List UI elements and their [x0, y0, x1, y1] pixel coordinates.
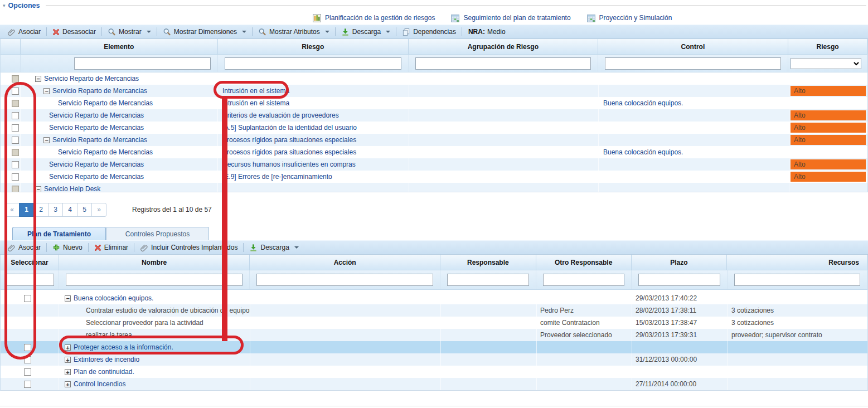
row-checkbox[interactable] [24, 381, 31, 388]
table-row[interactable]: −Buena colocación equipos.29/03/2013 17:… [1, 292, 867, 304]
table-row[interactable]: Contratar estudio de valoración de ubica… [1, 304, 867, 317]
toolbar-button-mostrar[interactable]: Mostrar [104, 27, 155, 37]
options-label[interactable]: Opciones [8, 2, 40, 9]
column-header-nombre[interactable]: Nombre [59, 255, 250, 270]
row-checkbox[interactable] [12, 137, 19, 144]
tree-plus-icon[interactable]: + [65, 369, 71, 375]
page-last-button[interactable]: » [91, 203, 106, 217]
filter-agrupacion-de-riesgo[interactable] [415, 57, 591, 70]
row-checkbox[interactable] [24, 356, 31, 363]
row-checkbox[interactable] [12, 173, 19, 181]
nav-link-planificacion-de-la-gestion-de-riesgos[interactable]: Planificación de la gestión de riesgos [312, 13, 435, 23]
row-checkbox[interactable] [12, 112, 19, 119]
tree-minus-icon[interactable]: − [35, 186, 41, 192]
table-row[interactable]: −Servicio Help Desk [1, 183, 867, 192]
column-header-riesgo[interactable]: Riesgo [218, 39, 409, 54]
column-header-elemento[interactable]: Elemento [21, 39, 218, 54]
dropdown-caret-icon[interactable] [147, 31, 151, 33]
column-header-accion[interactable]: Acción [250, 255, 440, 270]
filter-recursos[interactable] [734, 274, 860, 286]
dropdown-caret-icon[interactable] [242, 31, 246, 33]
tree-minus-icon[interactable]: − [65, 295, 71, 302]
tree-plus-icon[interactable]: + [65, 344, 71, 351]
filter-riesgo[interactable] [225, 57, 402, 70]
filter-elemento[interactable] [74, 57, 211, 70]
nav-link-seguimiento-del-plan-de-tratamiento[interactable]: Seguimiento del plan de tratamiento [450, 13, 570, 23]
column-header-recursos[interactable]: Recursos [727, 255, 867, 270]
row-checkbox[interactable] [12, 161, 19, 168]
filter-nombre[interactable] [66, 274, 243, 286]
page-button-3[interactable]: 3 [48, 203, 63, 217]
tree-plus-icon[interactable]: + [65, 381, 71, 387]
table-row[interactable]: realizar la tareaProveedor seleccionado2… [1, 329, 867, 341]
table-row[interactable]: +Control Incendios27/11/2014 00:00:00 [1, 378, 867, 390]
cell-riesgo-nivel: Alto [789, 134, 867, 146]
row-checkbox[interactable] [12, 100, 19, 107]
filter-control[interactable] [605, 57, 782, 70]
toolbar-button-asociar[interactable]: Asociar [3, 242, 45, 253]
page-first-button[interactable]: « [4, 203, 20, 217]
dropdown-caret-icon[interactable] [386, 31, 390, 33]
row-checkbox[interactable] [12, 88, 19, 95]
toolbar-button-eliminar[interactable]: Eliminar [90, 242, 132, 252]
nav-link-proyeccion-y-simulacion[interactable]: Proyección y Simulación [586, 13, 672, 23]
filter-plazo[interactable] [638, 274, 720, 286]
column-header-otro-responsable[interactable]: Otro Responsable [536, 255, 632, 270]
filter-accion[interactable] [256, 274, 433, 286]
table-row[interactable]: Servicio Reparto de Mercancias[E.9] Erro… [1, 171, 867, 183]
page-button-2[interactable]: 2 [33, 203, 49, 217]
dropdown-caret-icon[interactable] [294, 246, 299, 249]
table-row[interactable]: −Servicio Reparto de MercanciasProcesos … [1, 134, 867, 146]
row-checkbox[interactable] [12, 75, 19, 82]
toolbar-button-mostrar-atributos[interactable]: Mostrar Atributos [254, 27, 333, 37]
table-row[interactable]: +Proteger acceso a la información. [1, 341, 867, 353]
column-header-select[interactable] [1, 39, 21, 54]
table-row[interactable]: Servicio Reparto de MercanciasProcesos r… [1, 146, 867, 158]
toolbar-button-incluir-controles-implantados[interactable]: Incluir Controles Implantados [136, 242, 241, 253]
toolbar-separator [46, 243, 47, 252]
row-checkbox[interactable] [12, 124, 19, 132]
table-row[interactable]: +Extintores de incendio31/12/2013 00:00:… [1, 353, 867, 366]
table-row[interactable]: Servicio Reparto de MercanciasIntrusión … [1, 97, 867, 109]
collapse-triangle-icon[interactable]: ▾ [3, 3, 6, 8]
page-button-4[interactable]: 4 [62, 203, 77, 217]
row-checkbox[interactable] [24, 344, 31, 351]
tree-plus-icon[interactable]: + [65, 357, 71, 363]
table-row[interactable]: Servicio Reparto de MercanciasRecursos h… [1, 158, 867, 171]
row-checkbox[interactable] [12, 149, 19, 156]
filter-seleccionar[interactable] [5, 274, 54, 286]
row-checkbox[interactable] [24, 368, 31, 376]
tree-minus-icon[interactable]: − [43, 88, 50, 94]
column-header-agrupacion-de-riesgo[interactable]: Agrupación de Riesgo [409, 39, 598, 54]
toolbar-button-descarga[interactable]: Descarga [245, 242, 302, 253]
dropdown-caret-icon[interactable] [325, 31, 329, 33]
table-row[interactable]: Servicio Reparto de MercanciasCriterios … [1, 109, 867, 122]
toolbar-button-mostrar-dimensiones[interactable]: Mostrar Dimensiones [159, 27, 250, 37]
row-checkbox[interactable] [24, 295, 31, 302]
table-row[interactable]: +Plan de continuidad. [1, 366, 867, 378]
table-row[interactable]: Seleccionar proveedor para la actividadc… [1, 317, 867, 329]
table-row[interactable]: Servicio Reparto de Mercancias[A.5] Supl… [1, 122, 867, 134]
filter-responsable[interactable] [447, 274, 529, 286]
column-header-plazo[interactable]: Plazo [632, 255, 728, 270]
toolbar-button-asociar[interactable]: Asociar [3, 27, 45, 37]
row-checkbox[interactable] [12, 186, 19, 193]
page-button-1[interactable]: 1 [19, 203, 34, 217]
tree-minus-icon[interactable]: − [43, 137, 50, 143]
column-header-seleccionar[interactable]: Seleccionar [1, 255, 59, 270]
column-header-control[interactable]: Control [598, 39, 789, 54]
tab-controles-propuestos[interactable]: Controles Propuestos [106, 227, 209, 240]
table-row[interactable]: −Servicio Reparto de Mercancias [1, 72, 867, 85]
tab-plan-de-tratamiento[interactable]: Plan de Tratamiento [12, 227, 106, 240]
tree-minus-icon[interactable]: − [35, 76, 41, 82]
toolbar-button-descarga[interactable]: Descarga [337, 27, 394, 37]
column-header-responsable[interactable]: Responsable [440, 255, 536, 270]
toolbar-button-nuevo[interactable]: Nuevo [49, 242, 86, 252]
toolbar-button-desasociar[interactable]: Desasociar [49, 27, 100, 37]
page-button-5[interactable]: 5 [77, 203, 92, 217]
column-header-riesgo[interactable]: Riesgo [788, 39, 867, 54]
table-row[interactable]: −Servicio Reparto de MercanciasIntrusión… [1, 85, 867, 97]
toolbar-button-dependencias[interactable]: Dependencias [398, 27, 460, 37]
filter-otro-responsable[interactable] [543, 274, 624, 286]
filter-riesgo-nivel[interactable] [791, 58, 861, 69]
